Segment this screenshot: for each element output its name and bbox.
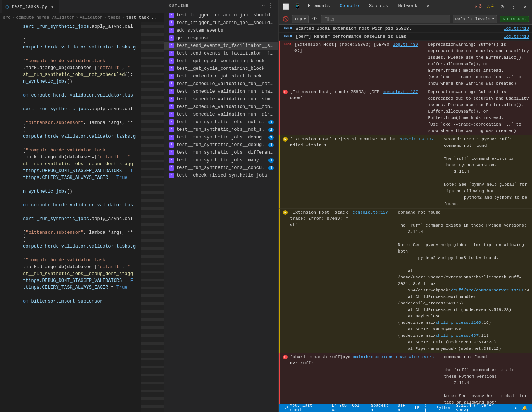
msg-link[interactable]: console.ts:137 [353, 209, 388, 216]
outline-item-calc-job[interactable]: ƒ test__calculate_job_start_block [164, 72, 278, 80]
msg-link[interactable]: log.ts:419 [504, 26, 529, 32]
collapse-icon[interactable]: ⋯ [262, 2, 266, 9]
outline-item-get-response[interactable]: ƒ get_response [164, 34, 278, 42]
function-icon: ƒ [169, 158, 174, 163]
outline-item-cycle[interactable]: ƒ test__get_cycle_containing_block [164, 65, 278, 72]
outline-list[interactable]: ƒ test_trigger_run_admin_job__should_tr.… [164, 11, 278, 412]
console-messages[interactable]: INFO Started local extension host with p… [279, 25, 532, 404]
outline-item-add-system[interactable]: ƒ add_system_events [164, 27, 278, 34]
msg-text: [perf] Render performance baseline is 61… [296, 34, 501, 40]
tab-close-btn[interactable]: ✕ [50, 4, 55, 10]
outline-item-sched-already[interactable]: ƒ test__schedule_validation_run__alread.… [164, 111, 278, 118]
code-line: n_synthetic_jobs() [0, 188, 141, 195]
status-language[interactable]: Python [436, 403, 451, 412]
eye-button[interactable]: 👁 [311, 15, 319, 23]
outline-item-run-not-serv[interactable]: ƒ test__run_synthetic_jobs__not_serv... … [164, 118, 278, 126]
function-icon: ƒ [169, 13, 174, 18]
outline-item-run-concurre[interactable]: ƒ test__run_synthetic_jobs__concurre... … [164, 164, 278, 172]
msg-detail: command not found The `ruff` command exi… [390, 209, 529, 352]
breadcrumb-compute: compute_horde_validator [16, 15, 74, 20]
function-icon: ƒ [169, 173, 174, 178]
code-area[interactable]: sert _run_synthetic_jobs.apply_async.cal… [0, 22, 141, 412]
code-line: compute_horde_validator.validator.tasks.… [0, 243, 141, 250]
devtools-inspect-btn[interactable]: ⬜ [280, 1, 291, 12]
default-levels-label: Default levels [455, 17, 490, 21]
msg-link[interactable]: console.ts:137 [383, 89, 418, 95]
outline-item-label: test__run_synthetic_jobs__different_ti..… [176, 150, 274, 155]
msg-link[interactable]: log.ts:439 [393, 42, 418, 48]
no-issues-badge: No Issues [500, 16, 529, 22]
settings-icon[interactable]: ⚙ [497, 1, 508, 12]
outline-item-epoch[interactable]: ƒ test__get_epoch_containing_block [164, 57, 278, 65]
code-line [0, 181, 141, 188]
status-position[interactable]: Ln 305, Col 63 [332, 403, 367, 412]
outline-item-check-missed[interactable]: ƒ test__check_missed_synthetic_jobs [164, 172, 278, 179]
code-line: ("bittensor.subtensor", lambda *args, ** [0, 229, 141, 236]
msg-text: Started local extension host with pid 25… [296, 26, 501, 32]
tab-elements[interactable]: Elements [303, 0, 335, 13]
outline-item-run-debug-1[interactable]: ƒ test__run_synthetic_jobs__debug_d... 1 [164, 134, 278, 141]
tab-network[interactable]: Network [393, 0, 422, 13]
status-format[interactable]: { } [424, 403, 432, 412]
code-line [0, 51, 141, 58]
outline-item-run-debug-2[interactable]: ƒ test__run_synthetic_jobs__debug_d... 1 [164, 141, 278, 149]
outline-item-trigger-2[interactable]: ƒ test_trigger_run_admin_job__should_n..… [164, 19, 278, 27]
outline-item-label: test__run_synthetic_jobs__debug_d... [176, 135, 266, 140]
clear-console-btn[interactable]: 🚫 [282, 15, 289, 23]
status-branch[interactable]: ⎇ You, last month [283, 403, 327, 412]
status-bell[interactable]: 🔔 [522, 403, 527, 412]
outline-item-sched-simple[interactable]: ƒ test__schedule_validation_run__simple [164, 95, 278, 103]
msg-link[interactable]: log.ts:419 [504, 34, 529, 40]
close-devtools-icon[interactable]: ✕ [520, 1, 530, 12]
function-icon: ƒ [169, 58, 174, 64]
devtools-tabs: ⬜ 📱 Elements Console Sources Network » ✕… [279, 0, 532, 13]
position-label: Ln 305, Col 63 [332, 403, 367, 412]
outline-item-sched-unable[interactable]: ƒ test__schedule_validation_run__unable.… [164, 88, 278, 95]
outline-item-sched-concur[interactable]: ƒ test__schedule_validation_run__concur.… [164, 103, 278, 111]
filter-input[interactable] [321, 15, 450, 23]
status-settings-icon[interactable]: ⚙ [515, 403, 517, 412]
code-line: .mark.django_db(databases=["default", " [0, 154, 141, 161]
code-line [0, 209, 141, 216]
outline-item-label: add_system_events [176, 28, 274, 33]
code-line: compute_horde_validator.validator.tasks.… [0, 133, 141, 140]
msg-detail: DeprecationWarning: Buffer() is deprecat… [420, 89, 529, 134]
code-line: ttings.DEBUG_DONT_STAGGER_VALIDATORS = F [0, 277, 141, 284]
outline-item-send-failure[interactable]: ƒ test_send_events_to_facilitator__failu… [164, 50, 278, 57]
outline-badge: 1 [268, 166, 274, 170]
minimap[interactable] [141, 22, 164, 412]
outline-header-icons: ⋯ ⋮ [262, 2, 274, 9]
more-icon[interactable]: ⋮ [268, 2, 274, 9]
more-options-icon[interactable]: ⋮ [508, 1, 519, 12]
error-count: ✕ 3 [472, 3, 484, 10]
console-msg-err-charliermarsh: ▶ [charliermarsh.ruff]pyenv: ruff: mainT… [279, 353, 532, 404]
outline-item-sched-not-in[interactable]: ƒ test__schedule_validation_run__not_in.… [164, 80, 278, 88]
status-spaces[interactable]: Spaces: 4 [371, 403, 393, 412]
function-icon: ƒ [169, 35, 174, 41]
more-tabs-btn[interactable]: » [423, 1, 433, 12]
msg-text: [Extension Host] (node:25803) [DEP0005] [294, 42, 390, 54]
outline-item-run-many[interactable]: ƒ test__run_synthetic_jobs__many_sc... 1 [164, 156, 278, 164]
msg-link[interactable]: mainThreadExtensionService.ts:78 [353, 354, 434, 360]
git-branch-icon: ⎇ [283, 406, 288, 410]
outline-item-send-success[interactable]: ƒ test_send_events_to_facilitator__succe… [164, 42, 278, 50]
code-line [0, 222, 141, 229]
breadcrumb-bar: src › compute_horde_validator › validato… [0, 13, 164, 22]
status-encoding[interactable]: UTF-8 [398, 403, 410, 412]
tab-console[interactable]: Console [335, 0, 364, 13]
default-levels-selector[interactable]: Default levels ▾ [453, 15, 497, 23]
status-python-version[interactable]: 3.11.4 ('.venv': venv) [456, 403, 510, 412]
top-selector[interactable]: top ▾ [292, 15, 309, 23]
outline-item-run-different[interactable]: ƒ test__run_synthetic_jobs__different_ti… [164, 149, 278, 156]
devtools-device-btn[interactable]: 📱 [292, 1, 302, 12]
status-line-ending[interactable]: LF [415, 403, 420, 412]
msg-link[interactable]: console.ts:137 [399, 136, 434, 142]
outline-item-trigger-1[interactable]: ƒ test_trigger_run_admin_job__should_tr.… [164, 11, 278, 19]
msg-detail: command not found The `ruff` command exi… [436, 354, 529, 404]
outline-item-label: test__schedule_validation_run__not_in... [176, 81, 274, 87]
outline-item-run-not-sche[interactable]: ƒ test__run_synthetic_jobs__not_sche... … [164, 126, 278, 134]
editor-tab-test-tasks[interactable]: ⬡ test_tasks.py ✕ [2, 0, 59, 13]
tab-sources[interactable]: Sources [364, 0, 393, 13]
outline-item-label: test_send_events_to_facilitator__failure [176, 51, 274, 56]
breadcrumb-tests: tests [108, 15, 121, 20]
